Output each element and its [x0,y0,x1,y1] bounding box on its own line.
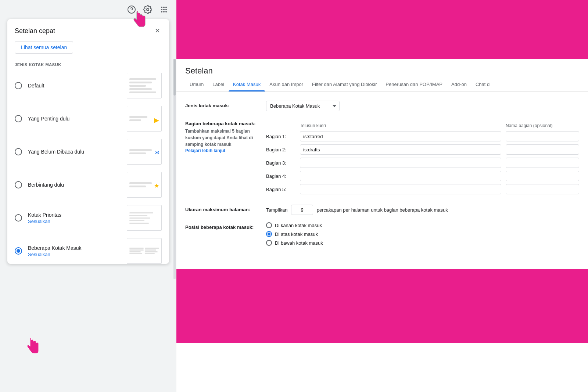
section-4-query[interactable] [300,171,501,181]
customize-multiple[interactable]: Sesuaikan [28,252,121,257]
inbox-type-row: Jenis kotak masuk: Beberapa Kotak Masuk … [185,101,579,111]
option-name-default: Default [28,83,44,89]
sections-desc: Tambahkan maksimal 5 bagian kustom yang … [185,128,266,148]
close-button[interactable]: ✕ [153,26,162,35]
page-size-content: Tampilkan percakapan per halaman untuk b… [266,205,579,215]
section-1-query[interactable] [300,131,501,141]
customize-priority[interactable]: Sesuaikan [28,219,121,224]
scrollbar-thumb[interactable] [173,59,176,96]
svg-point-9 [161,11,162,12]
section-5-name[interactable] [506,184,579,194]
section-row-3: Bagian 3: [266,158,579,168]
page-size-suffix: percakapan per halaman untuk bagian bebe… [317,207,448,213]
preview-important: ▶ [127,106,162,132]
settings-tabs: Umum Label Kotak Masuk Akun dan Impor Fi… [176,77,588,92]
tab-filter[interactable]: Filter dan Alamat yang Diblokir [308,77,381,91]
preview-priority [127,205,162,231]
name-col-header: Nama bagian (opsional) [506,123,579,128]
section-4-name[interactable] [506,171,579,181]
settings-title: Setelan [176,59,588,76]
help-icon[interactable] [126,4,137,15]
tab-addon[interactable]: Add-on [447,77,471,91]
preview-default [127,73,162,98]
inbox-type-dropdown[interactable]: Beberapa Kotak Masuk Default Yang Pentin… [266,101,340,111]
section-2-query[interactable] [300,144,501,155]
option-name-unread: Yang Belum Dibaca dulu [28,149,84,155]
radio-priority[interactable] [15,214,22,222]
tab-label[interactable]: Label [208,77,229,91]
page-size-input[interactable] [291,205,313,215]
position-top[interactable]: Di atas kotak masuk [266,231,579,237]
section-1-label: Bagian 1: [266,134,295,139]
radio-unread[interactable] [15,148,22,155]
section-4-label: Bagian 4: [266,173,295,179]
settings-content: Setelan Umum Label Kotak Masuk Akun dan … [176,59,588,343]
bottom-banner [176,269,588,343]
quick-settings-title: Setelan cepat [15,27,55,35]
page-size-row: Ukuran maksimum halaman: Tampilkan perca… [185,205,579,215]
svg-point-6 [161,9,162,10]
cursor-hand-bottom [26,337,40,355]
position-content: Di kanan kotak masuk Di atas kotak masuk… [266,222,579,246]
option-name-starred: Berbintang dulu [28,182,64,188]
sections-row-label: Bagian beberapa kotak masuk: Tambahkan m… [185,119,266,153]
settings-body: Jenis kotak masuk: Beberapa Kotak Masuk … [176,92,588,262]
section-1-name[interactable] [506,131,579,141]
learn-more-link[interactable]: Pelajari lebih lanjut [185,148,225,153]
radio-default[interactable] [15,82,22,89]
top-banner [176,0,588,59]
radio-multiple[interactable] [15,247,22,255]
inbox-type-row-content: Beberapa Kotak Masuk Default Yang Pentin… [266,101,579,111]
section-row-4: Bagian 4: [266,171,579,181]
tab-kotak-masuk[interactable]: Kotak Masuk [229,77,265,91]
inbox-option-multiple: Beberapa Kotak Masuk Sesuaikan [15,238,162,264]
inbox-type-section: JENIS KOTAK MASUK Default [7,60,169,264]
svg-point-11 [165,11,167,12]
sections-grid-header: Telusuri kueri Nama bagian (opsional) [266,123,579,128]
svg-point-2 [147,8,149,11]
preview-multiple [127,238,162,264]
section-3-name[interactable] [506,158,579,168]
quick-settings-panel: Setelan cepat ✕ Lihat semua setelan JENI… [7,19,169,264]
tab-akun[interactable]: Akun dan Impor [265,77,308,91]
sections-grid: Telusuri kueri Nama bagian (opsional) Ba… [266,123,579,194]
view-all-settings-button[interactable]: Lihat semua setelan [15,41,73,54]
inbox-option-unread: Yang Belum Dibaca dulu ✉ [15,139,162,165]
radio-important[interactable] [15,115,22,122]
section-2-name[interactable] [506,144,579,155]
option-name-multiple: Beberapa Kotak Masuk [28,245,82,251]
option-name-priority: Kotak Prioritas [28,212,61,218]
position-label: Posisi beberapa kotak masuk: [185,222,266,230]
radio-right-circle[interactable] [266,222,272,228]
inbox-option-starred: Berbintang dulu ★ [15,172,162,198]
inbox-option-default: Default [15,73,162,98]
option-name-important: Yang Penting dulu [28,116,69,122]
section-row-2: Bagian 2: [266,144,579,155]
section-2-label: Bagian 2: [266,147,295,152]
radio-starred[interactable] [15,181,22,188]
radio-top-circle[interactable] [266,231,272,237]
position-right[interactable]: Di kanan kotak masuk [266,222,579,228]
radio-bottom-circle[interactable] [266,240,272,246]
quick-settings-header: Setelan cepat ✕ [7,19,169,41]
position-right-label: Di kanan kotak masuk [275,223,322,228]
position-radio-group: Di kanan kotak masuk Di atas kotak masuk… [266,222,579,246]
tab-umum[interactable]: Umum [185,77,208,91]
scrollbar[interactable] [173,59,176,279]
tab-chat[interactable]: Chat d [471,77,494,91]
settings-gear-icon[interactable] [143,4,153,15]
section-3-query[interactable] [300,158,501,168]
top-bar [0,0,176,19]
section-3-label: Bagian 3: [266,160,295,166]
tab-penerusan[interactable]: Penerusan dan POP/IMAP [381,77,447,91]
query-col-header: Telusuri kueri [300,123,501,128]
section-5-query[interactable] [300,184,501,194]
page-size-prefix: Tampilkan [266,207,288,213]
position-bottom-label: Di bawah kotak masuk [275,240,323,246]
section-5-label: Bagian 5: [266,187,295,192]
apps-grid-icon[interactable] [159,4,169,15]
svg-point-8 [165,9,167,10]
position-bottom[interactable]: Di bawah kotak masuk [266,240,579,246]
svg-point-10 [163,11,165,12]
position-row: Posisi beberapa kotak masuk: Di kanan ko… [185,222,579,246]
